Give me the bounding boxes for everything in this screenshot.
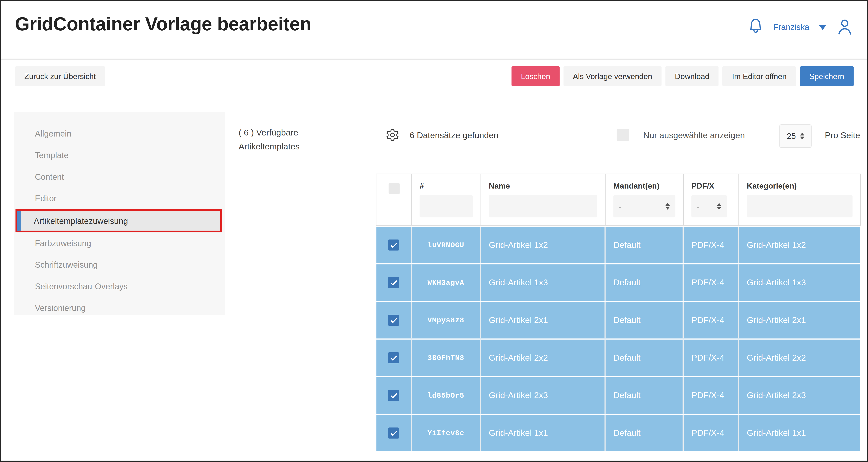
table-header-id[interactable]: #	[412, 174, 481, 225]
sidebar-item-template[interactable]: Template	[14, 144, 225, 166]
table-header-pdfx[interactable]: PDF/X -	[684, 174, 739, 225]
sidebar-item-versionierung[interactable]: Versionierung	[14, 297, 225, 319]
save-button[interactable]: Speichern	[800, 66, 854, 86]
row-pdfx: PDF/X-4	[684, 340, 739, 376]
caret-down-icon[interactable]	[818, 25, 826, 30]
row-pdfx: PDF/X-4	[684, 227, 739, 263]
table-header-mandant[interactable]: Mandant(en) -	[606, 174, 684, 225]
row-kategorie: Grid-Artikel 2x1	[739, 302, 860, 338]
table-header-select	[376, 174, 412, 225]
active-item-bar	[17, 211, 21, 231]
per-page-label: Pro Seite	[825, 130, 860, 140]
id-filter-input[interactable]	[420, 195, 473, 217]
table-row: 3BGFhTN8Grid-Artikel 2x2DefaultPDF/X-4Gr…	[376, 340, 861, 376]
back-button[interactable]: Zurück zur Übersicht	[15, 66, 105, 86]
row-id: WKH3agvA	[412, 264, 481, 301]
row-checkbox-checked[interactable]	[388, 315, 399, 326]
only-selected-label: Nur ausgewählte anzeigen	[643, 130, 745, 140]
available-templates-label: ( 6 ) Verfügbare Artikeltemplates	[239, 126, 335, 153]
delete-button[interactable]: Löschen	[512, 66, 559, 86]
row-name: Grid-Artikel 1x2	[481, 227, 606, 263]
row-checkbox-checked[interactable]	[388, 352, 399, 363]
sidebar-item-editor[interactable]: Editor	[14, 188, 225, 209]
sidebar-item-allgemein[interactable]: Allgemein	[14, 123, 225, 144]
table-row: YiIfev8eGrid-Artikel 1x1DefaultPDF/X-4Gr…	[376, 415, 861, 451]
download-button[interactable]: Download	[665, 66, 719, 86]
row-name: Grid-Artikel 2x1	[481, 302, 606, 338]
name-filter-input[interactable]	[489, 195, 597, 217]
kategorie-filter-input[interactable]	[747, 195, 852, 217]
table-header-name[interactable]: Name	[481, 174, 606, 225]
row-pdfx: PDF/X-4	[684, 302, 739, 338]
sidebar-item-label: Editor	[35, 194, 57, 203]
toolbar-actions: Löschen Als Vorlage verwenden Download I…	[512, 66, 854, 86]
per-page-select[interactable]: 25	[779, 125, 811, 148]
row-checkbox-checked[interactable]	[388, 427, 399, 438]
sidebar-item-label: Schriftzuweisung	[35, 260, 97, 269]
row-kategorie: Grid-Artikel 1x1	[739, 415, 860, 451]
sidebar-item-label: Template	[35, 151, 68, 160]
sidebar-item-label: Allgemein	[35, 129, 71, 138]
table-header-row: # Name Mandant(en) - PDF/X	[376, 173, 861, 226]
row-kategorie: Grid-Artikel 2x3	[739, 377, 860, 414]
sidebar: AllgemeinTemplateContentEditorArtikeltem…	[14, 112, 225, 315]
pdfx-filter-select[interactable]: -	[691, 195, 727, 217]
row-checkbox-checked[interactable]	[388, 390, 399, 401]
bell-icon[interactable]	[747, 17, 764, 36]
records-found-label: 6 Datensätze gefunden	[410, 130, 498, 140]
row-mandant: Default	[606, 377, 684, 414]
sidebar-item-schriftzuweisung[interactable]: Schriftzuweisung	[14, 254, 225, 275]
sidebar-item-label: Farbzuweisung	[35, 238, 91, 248]
sidebar-item-farbzuweisung[interactable]: Farbzuweisung	[14, 232, 225, 254]
row-id: luVRNOGU	[412, 227, 481, 263]
row-checkbox-checked[interactable]	[388, 239, 399, 251]
mandant-filter-select[interactable]: -	[614, 195, 676, 217]
row-pdfx: PDF/X-4	[684, 377, 739, 414]
row-mandant: Default	[606, 264, 684, 301]
table-row: VMpys8z8Grid-Artikel 2x1DefaultPDF/X-4Gr…	[376, 302, 861, 338]
row-pdfx: PDF/X-4	[684, 415, 739, 451]
spinner-arrows-icon	[665, 203, 670, 209]
sidebar-item-label: Seitenvorschau-Overlays	[35, 282, 127, 291]
row-checkbox-checked[interactable]	[388, 277, 399, 288]
row-select-cell	[376, 302, 412, 338]
per-page-value: 25	[787, 132, 796, 140]
sidebar-item-label: Content	[35, 172, 64, 181]
row-kategorie: Grid-Artikel 1x2	[739, 227, 860, 263]
open-in-editor-button[interactable]: Im Editor öffnen	[723, 66, 796, 86]
user-menu-label[interactable]: Franziska	[773, 22, 809, 31]
page-title: GridContainer Vorlage bearbeiten	[15, 13, 311, 35]
table-row: ld85bOr5Grid-Artikel 2x3DefaultPDF/X-4Gr…	[376, 377, 861, 414]
row-mandant: Default	[606, 340, 684, 376]
row-id: 3BGFhTN8	[412, 340, 481, 376]
select-all-checkbox[interactable]	[388, 183, 399, 194]
row-name: Grid-Artikel 1x3	[481, 264, 606, 301]
row-select-cell	[376, 415, 412, 451]
use-as-template-button[interactable]: Als Vorlage verwenden	[563, 66, 661, 86]
article-templates-table: # Name Mandant(en) - PDF/X	[376, 173, 861, 451]
gear-icon[interactable]	[385, 128, 400, 142]
row-pdfx: PDF/X-4	[684, 264, 739, 301]
row-mandant: Default	[606, 302, 684, 338]
row-name: Grid-Artikel 2x2	[481, 340, 606, 376]
row-kategorie: Grid-Artikel 2x2	[739, 340, 860, 376]
row-id: VMpys8z8	[412, 302, 481, 338]
sidebar-item-label: Artikeltemplatezuweisung	[34, 216, 128, 225]
table-header-kategorie[interactable]: Kategorie(en)	[739, 174, 860, 225]
header-divider	[1, 59, 867, 60]
sidebar-item-artikeltemplatezuweisung[interactable]: Artikeltemplatezuweisung	[16, 209, 222, 232]
row-name: Grid-Artikel 1x1	[481, 415, 606, 451]
only-selected-checkbox[interactable]	[617, 129, 629, 141]
table-row: WKH3agvAGrid-Artikel 1x3DefaultPDF/X-4Gr…	[376, 264, 861, 301]
row-select-cell	[376, 227, 412, 263]
sidebar-item-content[interactable]: Content	[14, 166, 225, 188]
user-icon[interactable]	[836, 17, 854, 36]
row-id: ld85bOr5	[412, 377, 481, 414]
sidebar-item-label: Versionierung	[35, 303, 86, 312]
user-area: Franziska	[747, 15, 854, 37]
row-select-cell	[376, 377, 412, 414]
row-name: Grid-Artikel 2x3	[481, 377, 606, 414]
sidebar-item-seitenvorschau-overlays[interactable]: Seitenvorschau-Overlays	[14, 275, 225, 297]
spinner-arrows-icon	[800, 133, 804, 139]
table-body: luVRNOGUGrid-Artikel 1x2DefaultPDF/X-4Gr…	[376, 227, 861, 451]
